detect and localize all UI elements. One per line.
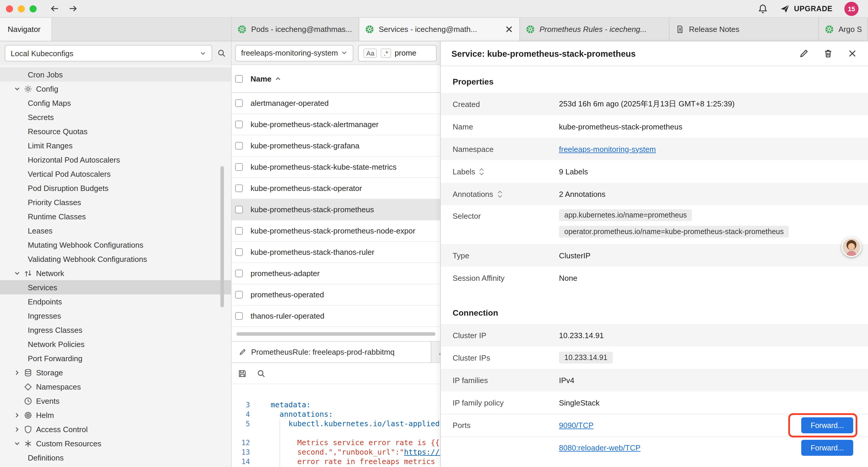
chevron-down-icon[interactable] <box>13 270 21 276</box>
tab-services-icecheng-math[interactable]: Services - icecheng@math... <box>359 18 520 41</box>
tab-argo-se[interactable]: Argo Se <box>819 18 868 41</box>
tab-release-notes[interactable]: Release Notes <box>670 18 819 41</box>
table-row[interactable]: kube-prometheus-stack-thanos-ruler <box>231 242 440 263</box>
sidebar-item-horizontal-pod-autoscalers[interactable]: Horizontal Pod Autoscalers <box>0 152 231 167</box>
chevron-right-icon[interactable] <box>13 412 21 418</box>
sidebar-item-network-policies[interactable]: Network Policies <box>0 337 231 351</box>
sidebar-item-pod-disruption-budgets[interactable]: Pod Disruption Budgets <box>0 181 231 195</box>
sidebar-item-secrets[interactable]: Secrets <box>0 110 231 124</box>
sidebar-item-storage[interactable]: Storage <box>0 365 231 380</box>
back-button[interactable] <box>50 4 60 13</box>
sidebar-item-endpoints[interactable]: Endpoints <box>0 294 231 309</box>
row-checkbox[interactable] <box>235 142 243 150</box>
sidebar-item-cron-jobs[interactable]: Cron Jobs <box>0 67 231 82</box>
chevron-down-icon[interactable] <box>13 85 21 92</box>
forward-button[interactable] <box>68 4 78 13</box>
editor-tab-prometheusrule-freeleaps-prod-rabbitmq[interactable]: PrometheusRule: freeleaps-prod-rabbitmq <box>231 342 431 362</box>
tab-pods-icecheng-mathmas[interactable]: Pods - icecheng@mathmas... <box>231 18 359 41</box>
row-checkbox[interactable] <box>235 227 243 235</box>
sidebar-item-mutating-webhook-configurations[interactable]: Mutating Webhook Configurations <box>0 238 231 252</box>
row-checkbox[interactable] <box>235 312 243 320</box>
namespace-select[interactable]: freeleaps-monitoring-system <box>235 45 353 61</box>
chevron-down-icon[interactable] <box>13 440 21 447</box>
notifications-button[interactable] <box>757 3 768 14</box>
navigator-pane-tab[interactable]: Navigator <box>0 18 52 41</box>
sidebar-item-definitions[interactable]: Definitions <box>0 450 231 465</box>
sidebar-item-custom-resources[interactable]: Custom Resources <box>0 436 231 450</box>
editor-search-button[interactable] <box>256 369 266 378</box>
sidebar-item-ingresses[interactable]: Ingresses <box>0 309 231 323</box>
kubeconfig-select[interactable]: Local Kubeconfigs <box>5 45 212 61</box>
sorter-icon[interactable] <box>479 167 485 176</box>
sidebar-scrollbar[interactable] <box>220 166 224 308</box>
window-zoom-button[interactable] <box>30 5 37 12</box>
select-all-checkbox[interactable] <box>235 75 243 83</box>
table-row[interactable]: kube-prometheus-stack-grafana <box>231 135 440 157</box>
namespace-link[interactable]: freeleaps-monitoring-system <box>559 145 656 153</box>
save-button[interactable] <box>238 369 247 378</box>
chevron-right-icon[interactable] <box>13 369 21 376</box>
port-link[interactable]: 8080:reloader-web/TCP <box>559 443 641 452</box>
table-row[interactable]: kube-prometheus-stack-prometheus <box>231 199 440 221</box>
editor-tab[interactable] <box>431 342 440 362</box>
sidebar-item-limit-ranges[interactable]: Limit Ranges <box>0 138 231 152</box>
chevron-right-icon[interactable] <box>13 426 21 432</box>
close-tab-icon[interactable] <box>505 25 514 34</box>
window-minimize-button[interactable] <box>18 5 25 12</box>
row-checkbox[interactable] <box>235 291 243 298</box>
sidebar-item-config[interactable]: Config <box>0 82 231 96</box>
table-row[interactable]: kube-prometheus-stack-alertmanager <box>231 114 440 135</box>
table-row[interactable]: kube-prometheus-stack-operator <box>231 178 440 199</box>
sidebar-item-config-maps[interactable]: Config Maps <box>0 96 231 110</box>
match-case-toggle[interactable]: Aa <box>363 48 377 58</box>
row-checkbox[interactable] <box>235 206 243 213</box>
sidebar-item-resource-quotas[interactable]: Resource Quotas <box>0 124 231 138</box>
sidebar-item-access-control[interactable]: Access Control <box>0 422 231 436</box>
sidebar-item-helm[interactable]: Helm <box>0 408 231 422</box>
notification-badge[interactable]: 15 <box>844 1 859 16</box>
forward-button[interactable]: Forward... <box>801 440 853 456</box>
row-checkbox[interactable] <box>235 163 243 171</box>
table-row[interactable]: kube-prometheus-stack-prometheus-node-ex… <box>231 221 440 242</box>
table-row[interactable]: alertmanager-operated <box>231 93 440 114</box>
sidebar-item-network[interactable]: Network <box>0 266 231 280</box>
upgrade-button[interactable]: UPGRADE <box>780 4 833 13</box>
forward-button[interactable]: Forward... <box>801 417 853 433</box>
sidebar-item-priority-classes[interactable]: Priority Classes <box>0 195 231 209</box>
row-checkbox[interactable] <box>235 269 243 277</box>
avatar[interactable] <box>841 237 862 257</box>
sorter-icon[interactable] <box>497 189 502 198</box>
horizontal-scrollbar-thumb[interactable] <box>236 332 435 336</box>
row-checkbox[interactable] <box>235 184 243 192</box>
yaml-editor[interactable]: 3metadata:4 annotations:5 kubectl.kubern… <box>231 384 440 467</box>
tab-prometheus-rules-icecheng[interactable]: Prometheus Rules - icecheng... <box>520 18 670 41</box>
window-close-button[interactable] <box>6 5 13 12</box>
detail-value: ClusterIP <box>559 251 868 260</box>
sidebar-search-button[interactable] <box>217 49 226 58</box>
horizontal-scrollbar[interactable] <box>231 327 440 341</box>
edit-button[interactable] <box>799 49 809 59</box>
resource-filter-input[interactable]: Aa .* prome <box>358 45 437 61</box>
sidebar-item-validating-webhook-configurations[interactable]: Validating Webhook Configurations <box>0 252 231 266</box>
sidebar-item-runtime-classes[interactable]: Runtime Classes <box>0 209 231 224</box>
sidebar-item-namespaces[interactable]: Namespaces <box>0 380 231 394</box>
sidebar-item-leases[interactable]: Leases <box>0 224 231 238</box>
row-checkbox[interactable] <box>235 248 243 256</box>
table-row[interactable]: thanos-ruler-operated <box>231 305 440 327</box>
sidebar-item-services[interactable]: Services <box>0 280 231 294</box>
sidebar-item-events[interactable]: Events <box>0 394 231 408</box>
detail-value: 2 Annotations <box>559 189 868 198</box>
regex-toggle[interactable]: .* <box>381 48 391 58</box>
table-row[interactable]: prometheus-adapter <box>231 263 440 284</box>
port-link[interactable]: 9090/TCP <box>559 421 593 430</box>
sidebar-item-ingress-classes[interactable]: Ingress Classes <box>0 323 231 337</box>
sidebar-item-port-forwarding[interactable]: Port Forwarding <box>0 351 231 365</box>
row-checkbox[interactable] <box>235 99 243 107</box>
table-row[interactable]: kube-prometheus-stack-kube-state-metrics <box>231 157 440 178</box>
table-row[interactable]: prometheus-operated <box>231 284 440 305</box>
close-drawer-button[interactable] <box>847 49 857 59</box>
column-header-name[interactable]: Name <box>251 74 282 83</box>
sidebar-item-vertical-pod-autoscalers[interactable]: Vertical Pod Autoscalers <box>0 167 231 181</box>
delete-button[interactable] <box>823 49 833 59</box>
row-checkbox[interactable] <box>235 121 243 128</box>
